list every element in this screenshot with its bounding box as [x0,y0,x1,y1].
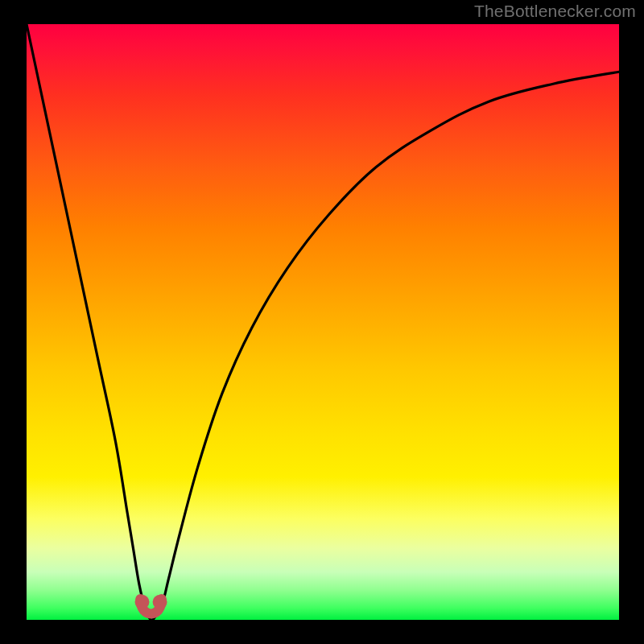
marker-min-right [153,595,167,609]
watermark-text: TheBottlenecker.com [474,2,636,21]
curve-layer [0,0,644,644]
bottleneck-curve [27,24,619,620]
chart-frame: TheBottlenecker.com [0,0,644,644]
marker-min-left [135,595,150,609]
